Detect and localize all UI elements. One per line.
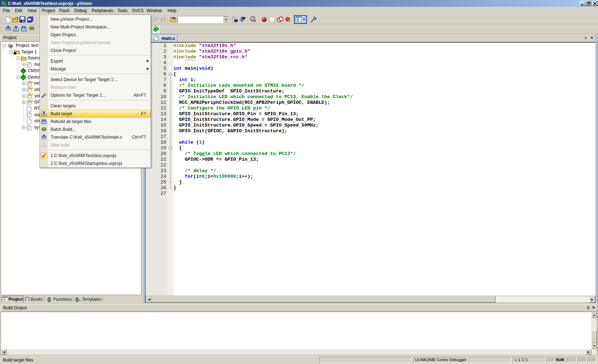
svg-text:st: st bbox=[164, 20, 166, 22]
svg-text:✱: ✱ bbox=[14, 51, 16, 55]
svg-text:?: ? bbox=[27, 298, 28, 301]
svg-text:d: d bbox=[252, 17, 254, 21]
